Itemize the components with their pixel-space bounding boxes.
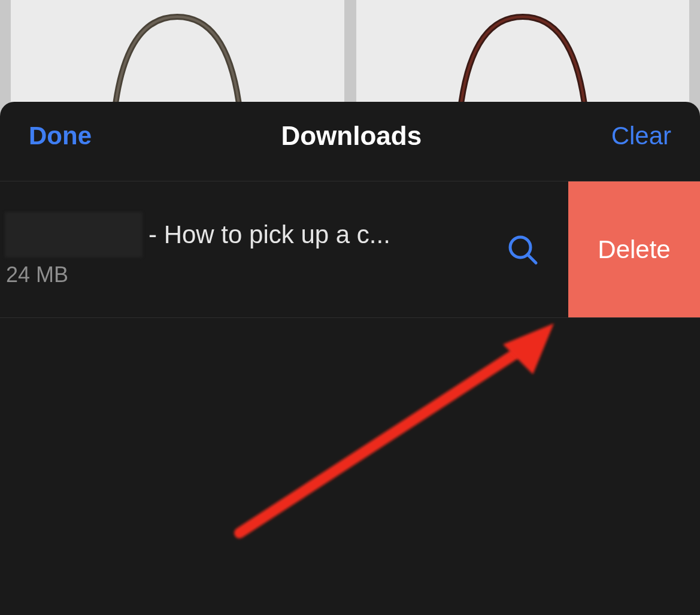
svg-line-1 [528, 255, 536, 263]
done-button[interactable]: Done [29, 122, 92, 150]
handbag-image-right [433, 5, 613, 102]
reveal-in-finder-button[interactable] [494, 233, 559, 266]
redacted-filename-prefix [5, 212, 143, 257]
download-title: - How to pick up a c... [149, 220, 390, 249]
sheet-title: Downloads [281, 121, 422, 151]
download-row[interactable]: - How to pick up a c... 24 MB Delete [0, 181, 700, 318]
background-content [0, 0, 700, 102]
delete-button[interactable]: Delete [568, 181, 700, 317]
download-info: - How to pick up a c... 24 MB [5, 212, 494, 287]
download-content[interactable]: - How to pick up a c... 24 MB [0, 181, 568, 317]
downloads-sheet: Done Downloads Clear - How to pick up a … [0, 102, 700, 615]
background-card-right [356, 0, 690, 102]
background-card-left [11, 0, 344, 102]
sheet-header: Done Downloads Clear [0, 102, 700, 181]
search-icon [506, 233, 540, 266]
clear-button[interactable]: Clear [611, 122, 671, 150]
handbag-image-left [87, 5, 267, 102]
download-size: 24 MB [6, 262, 494, 287]
